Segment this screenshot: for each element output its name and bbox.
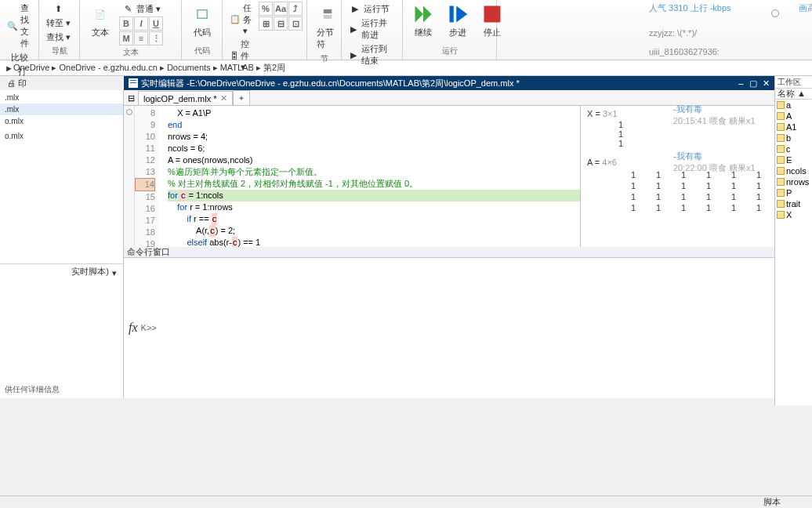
var-icon (777, 145, 785, 153)
play-section-icon: ▶ (349, 2, 361, 15)
ribbon-group-run: 运行 (408, 44, 491, 58)
workspace-var[interactable]: a (775, 100, 812, 111)
continue-icon (412, 3, 434, 25)
workspace-var[interactable]: A1 (775, 122, 812, 132)
run-advance-button[interactable]: ▶运行并前进 (346, 16, 397, 42)
step-icon (447, 3, 469, 25)
step-button[interactable]: 步进 (442, 2, 473, 40)
insert-grid[interactable]: %Aa⤴ ⊞⊟⊡ (259, 2, 303, 31)
var-icon (777, 101, 785, 109)
command-window-title[interactable]: 命令行窗口 ⊙ (124, 247, 812, 258)
tab-bar: ⊟ logicOP_dem.mlx * ✕ ＋ (124, 90, 812, 106)
tab-active[interactable]: logicOP_dem.mlx * ✕ (138, 91, 233, 105)
find-button[interactable]: 查找 ▾ (44, 31, 73, 44)
run-to-end-button[interactable]: ▶运行到结束 (346, 42, 397, 67)
file-type-filter[interactable]: 实时脚本) ▾ (0, 263, 123, 279)
file-list[interactable]: .mlx.mlxo.mlxo.mlx (0, 90, 123, 263)
section-run-icon[interactable] (126, 109, 132, 115)
svg-rect-7 (484, 6, 501, 23)
ribbon-group-section: 节 (312, 52, 336, 66)
play-advance-icon: ▶ (349, 23, 359, 35)
goto-button[interactable]: 转至 ▾ (44, 16, 73, 30)
line-number-gutter: 89101112131415161718192021222324252627 (135, 106, 158, 247)
style-icon: ✎ (121, 2, 134, 15)
breadcrumb-fold-icon[interactable]: ► (5, 64, 13, 73)
continue-button[interactable]: 继续 (408, 2, 439, 40)
output-body[interactable]: X = 3×1111A = 4×611111111111111111111111… (581, 106, 795, 247)
find-files-button[interactable]: 🔍查找文件 (5, 2, 34, 50)
var-icon (777, 189, 785, 197)
file-item[interactable]: o.mlx (0, 115, 123, 127)
code-area[interactable]: 89101112131415161718192021222324252627 X… (124, 106, 812, 247)
run-section-button[interactable]: ▶运行节 (346, 2, 392, 16)
workspace-list[interactable]: aAA1bcEncolsnrowsPtraitX (775, 100, 812, 220)
command-window[interactable]: fx K>> (124, 258, 812, 399)
play-end-icon: ▶ (349, 49, 359, 61)
workspace-var[interactable]: b (775, 132, 812, 143)
maximize-button[interactable]: ▢ (748, 78, 759, 89)
arrow-up-icon: ⬆ (53, 2, 65, 15)
svg-rect-0 (198, 10, 207, 19)
workspace-pane: 工作区 名称 ▲ aAA1bcEncolsnrowsPtraitX (774, 76, 812, 405)
var-icon (777, 156, 785, 164)
var-icon (777, 200, 785, 208)
text-button[interactable]: 📄文本 (85, 2, 116, 40)
workspace-var[interactable]: A (775, 111, 812, 122)
svg-rect-9 (130, 80, 136, 81)
statusbar: 脚本 (0, 495, 812, 508)
command-prompt: K>> (141, 323, 157, 332)
workspace-var[interactable]: c (775, 143, 812, 154)
svg-marker-6 (456, 6, 467, 23)
var-icon (777, 167, 785, 175)
task-button[interactable]: 📋任务 ▾ (227, 2, 256, 37)
ribbon-group-runsec (346, 67, 397, 71)
stop-icon (481, 3, 503, 25)
ribbon-group-code: 代码 (187, 44, 217, 58)
chevron-down-icon: ▾ (112, 268, 120, 276)
svg-rect-10 (130, 82, 136, 83)
control-icon: 🎛 (230, 49, 238, 62)
new-tab-button[interactable]: ＋ (233, 90, 250, 105)
editor-pane: ⊟ logicOP_dem.mlx * ✕ ＋ 8910111213141516… (124, 90, 812, 398)
breadcrumb-body[interactable]: OneDrive ▸ OneDrive - e.gzhu.edu.cn ▸ Do… (13, 62, 285, 74)
var-icon (777, 211, 785, 219)
workspace-var[interactable]: P (775, 187, 812, 198)
text-icon: 📄 (89, 3, 111, 25)
ribbon-group-text: 文本 (85, 45, 176, 60)
arrow-up-button[interactable]: ⬆ (50, 2, 67, 16)
titlebar-path: E:\OneDrive\OneDrive - e.gzhu.edu.cn\Doc… (190, 78, 520, 89)
ribbon-group-nav: 导航 (44, 44, 74, 58)
svg-rect-5 (450, 6, 454, 23)
var-icon (777, 134, 785, 142)
section-break-button[interactable]: 分节符 (312, 2, 343, 52)
workspace-var[interactable]: nrows (775, 176, 812, 187)
workspace-var[interactable]: ncols (775, 165, 812, 176)
editor-titlebar: 实时编辑器 - E:\OneDrive\OneDrive - e.gzhu.ed… (124, 76, 774, 90)
file-item[interactable]: o.mlx (0, 130, 123, 142)
collapse-tabs-button[interactable]: ⊟ (125, 93, 136, 103)
file-item[interactable]: .mlx (0, 103, 123, 115)
breadcrumb[interactable]: ► OneDrive ▸ OneDrive - e.gzhu.edu.cn ▸ … (0, 60, 812, 76)
svg-rect-2 (324, 15, 332, 19)
close-button[interactable]: ✕ (760, 78, 771, 89)
code-text[interactable]: X = A1\Pendnrows = 4;ncols = 6;A = ones(… (158, 106, 580, 247)
workspace-var[interactable]: trait (775, 198, 812, 209)
svg-rect-1 (324, 9, 332, 13)
var-icon (777, 178, 785, 186)
workspace-column-header[interactable]: 名称 ▲ (775, 89, 812, 100)
fx-icon[interactable]: fx (129, 321, 138, 335)
find-files-icon: 🔍 (7, 20, 18, 32)
workspace-var[interactable]: E (775, 154, 812, 165)
normal-style-button[interactable]: ✎普通 ▾ (119, 2, 163, 16)
format-grid[interactable]: BIU M≡⋮ (119, 16, 163, 45)
var-icon (777, 112, 785, 120)
workspace-var[interactable]: X (775, 209, 812, 220)
code-button[interactable]: 代码 (187, 2, 218, 40)
tab-close-icon[interactable]: ✕ (220, 93, 227, 103)
minimize-button[interactable]: ‒ (735, 78, 746, 89)
workspace-title: 工作区 (775, 76, 812, 89)
section-icon (317, 3, 339, 25)
section-gutter[interactable] (124, 106, 135, 247)
stop-button[interactable]: 停止 (477, 2, 508, 40)
file-item[interactable]: .mlx (0, 92, 123, 103)
